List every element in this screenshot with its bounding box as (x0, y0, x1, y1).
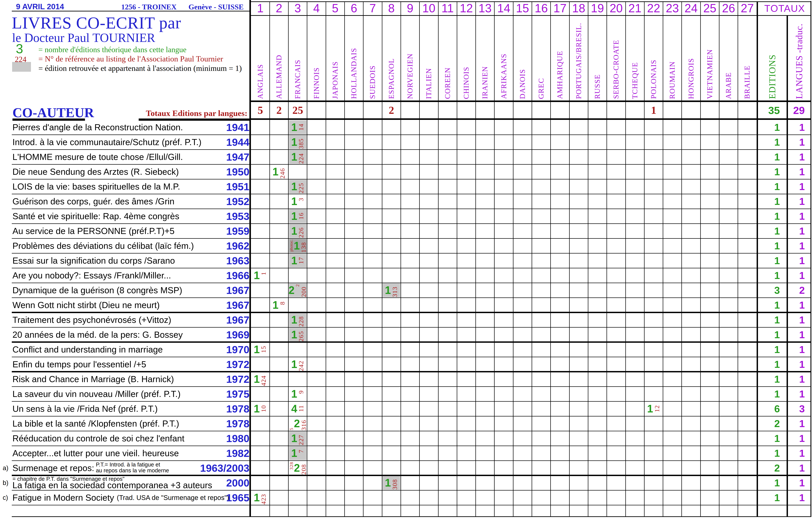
edition-count: 1 (272, 298, 278, 312)
column-number: 20 (607, 1, 625, 15)
book-year: 1966 (192, 268, 249, 283)
edition-cell: 1424 (251, 372, 270, 386)
language-name: IRANIEN (481, 66, 489, 99)
book-title: Essai sur la signification du corps /Sar… (12, 256, 175, 266)
ref-number: 226 (298, 227, 304, 238)
row-langues-total: 1 (788, 327, 811, 342)
ref-number: 17 (298, 257, 304, 264)
ref-number: 15 (260, 346, 267, 353)
ref-number: 208 (301, 464, 307, 475)
edition-count: 1 (291, 328, 297, 341)
book-year: 1965 (192, 490, 249, 505)
row-langues-total: 1 (788, 224, 811, 238)
edition-cell: 1225 (289, 180, 307, 193)
edition-count: 1 (291, 194, 297, 208)
grid-bottom-border (12, 516, 811, 517)
totals-row-border (249, 118, 811, 120)
column-language-label: FINNOIS (307, 17, 326, 99)
ref-number: 5 (289, 427, 294, 430)
row-langues-total: 1 (788, 120, 811, 135)
book-title: Traitement des psychonévrosés (+Vittoz) (12, 315, 171, 325)
legend-gray-swatch (12, 62, 31, 72)
ref-number: 7 (298, 449, 304, 453)
language-name: FINNOIS (313, 67, 320, 99)
row-langues-total: 1 (788, 297, 811, 312)
book-title: Dynamique de la guérison (8 congrès MSP) (12, 285, 182, 295)
column-language-label: ITALIEN (419, 17, 438, 99)
book-year: 1967 (192, 283, 249, 297)
ref-number: 265 (298, 331, 304, 342)
row-editions-total: 1 (758, 238, 787, 253)
row-langues-total: 3 (788, 401, 811, 416)
column-language-label: RUSSE (588, 17, 607, 99)
grid-right-border (811, 1, 811, 516)
ref-number: 11 (298, 405, 304, 412)
ref-number: 225 (298, 183, 304, 193)
row-editions-total: 1 (758, 475, 787, 490)
language-name: ARABE (725, 72, 732, 99)
column-number: 21 (625, 1, 644, 15)
language-names-border (249, 101, 811, 102)
book-title: Conflict and understanding in marriage (12, 344, 163, 355)
edition-count: 1 (291, 446, 297, 460)
book-year: 1941 (192, 120, 249, 135)
column-language-label: DANOIS (513, 17, 532, 99)
column-number: 6 (345, 1, 363, 15)
edition-count: 1 (291, 387, 297, 401)
edition-count: 1 (272, 165, 278, 178)
edition-cell: photoc.1138 (289, 239, 307, 253)
row-prefix: c) (3, 490, 8, 505)
column-language-label: NORVEGIEN (401, 17, 419, 99)
language-name: ESPAGNOL (388, 58, 395, 99)
column-number: 5 (326, 1, 345, 15)
ref-number: 9 (298, 390, 304, 394)
ref-number: 10 (260, 405, 267, 412)
column-language-label: POLONAIS (644, 17, 663, 99)
column-number: 24 (682, 1, 700, 15)
edition-cell: 13 (289, 194, 307, 208)
book-year: 1972 (192, 372, 249, 387)
scanned-book-list-sheet: 9 AVRIL 2014 1256 - TROINEX Genève - SUI… (0, 0, 812, 520)
language-name: HONGROIS (687, 58, 695, 99)
row-langues-total: 1 (788, 150, 811, 164)
book-year: 1944 (192, 135, 249, 150)
column-number: 23 (663, 1, 682, 15)
ref-number: 246 (279, 168, 286, 179)
book-title: Pierres d'angle de la Reconstruction Nat… (12, 122, 183, 132)
book-year: 1952 (192, 194, 249, 209)
numbers-row-border (249, 15, 811, 16)
book-title: Wenn Gott nicht stirbt (Dieu ne meurt) (12, 300, 160, 310)
ref-number: 424 (260, 375, 267, 386)
column-number: 2 (270, 1, 288, 15)
row-langues-total: 1 (788, 431, 811, 446)
row-langues-total: 1 (788, 164, 811, 179)
edition-cell: 22200 (289, 284, 307, 297)
row-editions-total: 1 (758, 342, 787, 357)
column-language-label: ARABE (719, 17, 738, 99)
grid-left-border (249, 0, 251, 517)
language-name: BRAILLE (743, 65, 751, 99)
langues-grand-total: 29 (788, 101, 811, 120)
edition-count: 1 (291, 254, 297, 267)
edition-cell: 19 (289, 387, 307, 401)
row-editions-total: 1 (758, 253, 787, 268)
ref-number: 313 (391, 287, 398, 297)
edition-count: 4 (291, 402, 297, 415)
edition-cell: 1242 (289, 358, 307, 371)
edition-count: 1 (291, 313, 297, 327)
book-title: La fatiga en la sociedad contemporanea +… (12, 480, 212, 490)
row-inline-note: P.T.= Introd. à la fatigue etau repos da… (96, 462, 169, 473)
column-number: 12 (457, 1, 476, 15)
editions-langues-divider (787, 15, 788, 516)
row-editions-total: 1 (758, 446, 787, 461)
book-title: 20 années de la méd. de la pers: G. Boss… (12, 330, 183, 340)
editions-column-header: EDITIONS (758, 17, 787, 99)
row-langues-total: 2 (788, 283, 811, 297)
column-language-label: AFRIKAANS (494, 17, 513, 99)
row-editions-total: 1 (758, 268, 787, 283)
edition-cell: 1313 (382, 284, 401, 297)
edition-count: 1 (291, 209, 297, 223)
edition-count: 1 (291, 150, 297, 164)
book-year: 1950 (192, 164, 249, 179)
row-langues-total: 1 (788, 475, 811, 490)
